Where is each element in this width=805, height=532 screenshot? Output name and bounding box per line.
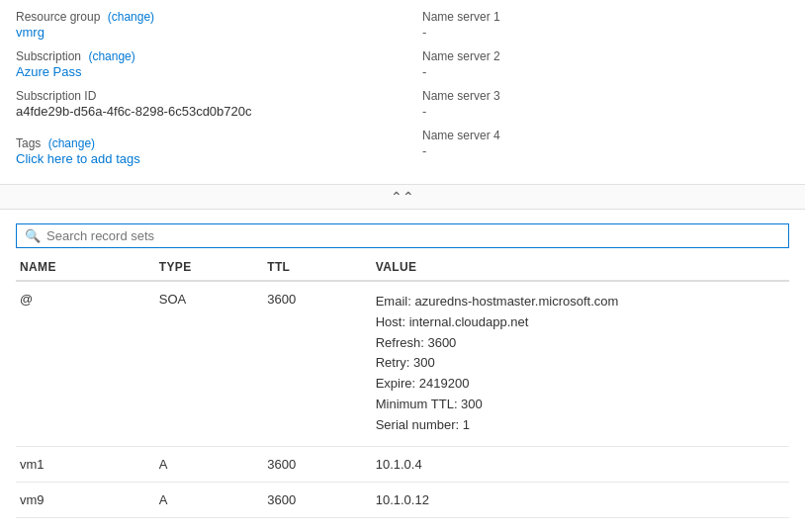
name-server-1-value: - — [422, 25, 789, 40]
tags-change-link[interactable]: (change) — [48, 136, 95, 150]
info-left: Resource group (change) vmrg Subscriptio… — [16, 10, 402, 176]
subscription-id-value: a4fde29b-d56a-4f6c-8298-6c53cd0b720c — [16, 104, 383, 119]
cell-type: A — [155, 446, 263, 482]
cell-type: SOA — [155, 281, 263, 446]
name-server-4-value: - — [422, 143, 789, 158]
table-row[interactable]: @SOA3600Email: azuredns-hostmaster.micro… — [16, 281, 789, 446]
name-server-1-label: Name server 1 — [422, 10, 789, 24]
info-right: Name server 1 - Name server 2 - Name ser… — [402, 10, 789, 176]
cell-value: Email: azuredns-hostmaster.microsoft.com… — [372, 281, 789, 446]
resource-group-label: Resource group (change) — [16, 10, 383, 24]
name-server-2-label: Name server 2 — [422, 49, 789, 63]
cell-name: vm9 — [16, 482, 155, 517]
cell-value: 10.1.0.12 — [372, 482, 789, 517]
name-server-3-label: Name server 3 — [422, 89, 789, 103]
info-section: Resource group (change) vmrg Subscriptio… — [0, 0, 805, 184]
tags-label: Tags (change) — [16, 136, 383, 150]
resource-group-row: Resource group (change) vmrg — [16, 10, 383, 40]
column-header-value: VALUE — [372, 254, 789, 281]
table-row[interactable]: vm9A360010.1.0.12 — [16, 482, 789, 517]
tags-row: Tags (change) Click here to add tags — [16, 136, 383, 166]
name-server-2-row: Name server 2 - — [422, 49, 789, 79]
resource-group-value[interactable]: vmrg — [16, 25, 383, 40]
subscription-label: Subscription (change) — [16, 49, 383, 63]
table-row[interactable]: vm1A360010.1.0.4 — [16, 446, 789, 482]
name-server-3-row: Name server 3 - — [422, 89, 789, 119]
cell-ttl: 3600 — [263, 446, 371, 482]
name-server-4-label: Name server 4 — [422, 129, 789, 142]
table-header: NAME TYPE TTL VALUE — [16, 254, 789, 281]
tags-add-link[interactable]: Click here to add tags — [16, 151, 140, 166]
column-header-ttl: TTL — [263, 254, 371, 281]
column-header-name: NAME — [16, 254, 155, 281]
table-body: @SOA3600Email: azuredns-hostmaster.micro… — [16, 281, 789, 517]
collapse-bar[interactable]: ⌃⌃ — [0, 184, 805, 210]
subscription-row: Subscription (change) Azure Pass — [16, 49, 383, 79]
cell-value-multiline: Email: azuredns-hostmaster.microsoft.com… — [376, 292, 781, 436]
cell-ttl: 3600 — [263, 482, 371, 517]
search-bar-container: 🔍 — [0, 218, 805, 254]
resource-group-change-link[interactable]: (change) — [108, 10, 154, 24]
subscription-id-row: Subscription ID a4fde29b-d56a-4f6c-8298-… — [16, 89, 383, 119]
record-sets-table: NAME TYPE TTL VALUE @SOA3600Email: azure… — [16, 254, 789, 518]
cell-name: @ — [16, 281, 155, 446]
cell-type: A — [155, 482, 263, 517]
table-container: NAME TYPE TTL VALUE @SOA3600Email: azure… — [0, 254, 805, 518]
column-header-type: TYPE — [155, 254, 263, 281]
name-server-1-row: Name server 1 - — [422, 10, 789, 40]
name-server-3-value: - — [422, 104, 789, 119]
cell-name: vm1 — [16, 446, 155, 482]
name-server-2-value: - — [422, 64, 789, 79]
search-input[interactable] — [46, 228, 780, 243]
collapse-icon: ⌃⌃ — [391, 189, 414, 205]
subscription-id-label: Subscription ID — [16, 89, 383, 103]
name-server-4-row: Name server 4 - — [422, 129, 789, 158]
search-bar: 🔍 — [16, 223, 789, 248]
cell-ttl: 3600 — [263, 281, 371, 446]
search-icon: 🔍 — [25, 228, 41, 243]
subscription-change-link[interactable]: (change) — [88, 49, 134, 63]
subscription-value[interactable]: Azure Pass — [16, 64, 383, 79]
cell-value: 10.1.0.4 — [372, 446, 789, 482]
